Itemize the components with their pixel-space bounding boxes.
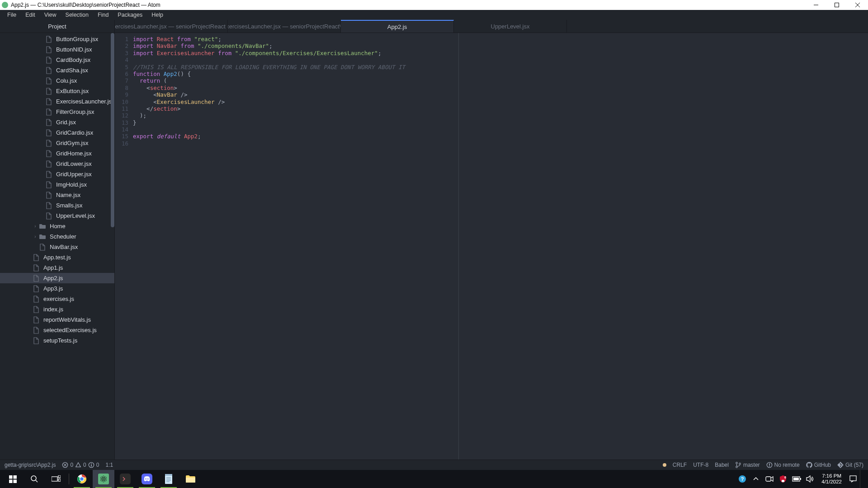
tray-notifications-icon[interactable] — [846, 470, 860, 488]
status-branch[interactable]: master — [735, 462, 760, 468]
menu-packages[interactable]: Packages — [113, 12, 147, 18]
code-editor[interactable]: 12345678910111213141516 import React fro… — [115, 33, 868, 460]
menu-file[interactable]: File — [3, 12, 21, 18]
tree-item-App2-js[interactable]: App2.js — [0, 273, 114, 283]
menu-bar: FileEditViewSelectionFindPackagesHelp — [0, 10, 868, 20]
tray-help-icon[interactable]: ? — [736, 470, 749, 488]
menu-edit[interactable]: Edit — [21, 12, 40, 18]
tray-chevron-up-icon[interactable] — [749, 470, 763, 488]
tree-item-CardSha-jsx[interactable]: CardSha.jsx — [0, 65, 114, 75]
tree-item-selectedExercises-js[interactable]: selectedExercises.js — [0, 325, 114, 335]
tree-item-label: GridUpper.jsx — [56, 171, 92, 178]
taskbar-discord[interactable] — [136, 470, 158, 488]
tree-item-App3-js[interactable]: App3.js — [0, 283, 114, 294]
tree-item-GridHome-jsx[interactable]: GridHome.jsx — [0, 148, 114, 159]
tree-scrollbar-thumb[interactable] — [111, 33, 114, 227]
tab[interactable]: ExercisesLauncher.jsx — seniorProjectRea… — [228, 20, 341, 33]
taskbar-atom[interactable] — [93, 470, 114, 488]
svg-point-27 — [145, 479, 146, 480]
tree-item-ImgHold-jsx[interactable]: ImgHold.jsx — [0, 179, 114, 190]
tree-item-label: Colu.jsx — [56, 77, 77, 84]
tab[interactable]: ExercisesLauncher.jsx — seniorProjectRea… — [115, 20, 228, 33]
tree-item-reportWebVitals-js[interactable]: reportWebVitals.js — [0, 314, 114, 325]
status-github[interactable]: GitHub — [806, 462, 831, 468]
tree-item-label: App3.js — [43, 285, 63, 292]
taskbar-file-explorer[interactable] — [179, 470, 201, 488]
tree-item-FilterGroup-jsx[interactable]: FilterGroup.jsx — [0, 107, 114, 117]
tree-item-Smalls-jsx[interactable]: Smalls.jsx — [0, 200, 114, 211]
tree-item-label: App2.js — [43, 275, 63, 282]
tree-item-UpperLevel-jsx[interactable]: UpperLevel.jsx — [0, 211, 114, 221]
tray-meet-now-icon[interactable] — [763, 470, 776, 488]
tree-item-label: GridGym.jsx — [56, 140, 89, 146]
file-tree[interactable]: ButtonGroup.jsxButtonNID.jsxCardBody.jsx… — [0, 33, 114, 460]
svg-point-6 — [736, 466, 738, 468]
status-grammar[interactable]: Babel — [715, 462, 729, 468]
tree-item-label: Home — [50, 223, 66, 230]
tab[interactable]: App2.js — [341, 20, 454, 33]
tree-item-Home[interactable]: ›Home — [0, 221, 114, 231]
tree-item-Colu-jsx[interactable]: Colu.jsx — [0, 75, 114, 86]
menu-selection[interactable]: Selection — [61, 12, 93, 18]
tree-item-ButtonNID-jsx[interactable]: ButtonNID.jsx — [0, 44, 114, 55]
taskbar-search-button[interactable] — [24, 470, 45, 488]
tray-clock[interactable]: 7:16 PM 4/1/2022 — [817, 473, 846, 485]
tab-bar: ExercisesLauncher.jsx — seniorProjectRea… — [115, 20, 868, 33]
status-encoding[interactable]: UTF-8 — [693, 462, 708, 468]
maximize-button[interactable] — [826, 0, 847, 10]
tree-item-label: exercises.js — [43, 296, 74, 302]
tree-item-App-test-js[interactable]: App.test.js — [0, 252, 114, 263]
status-file-path[interactable]: getta-grip\src\App2.js — [5, 462, 56, 468]
status-remote[interactable]: No remote — [766, 462, 800, 468]
wrap-guide — [458, 33, 459, 460]
menu-help[interactable]: Help — [147, 12, 168, 18]
tree-item-NavBar-jsx[interactable]: NavBar.jsx — [0, 242, 114, 252]
tree-item-label: CardSha.jsx — [56, 67, 88, 74]
sidebar-header: Project — [0, 20, 114, 33]
show-desktop-button[interactable] — [860, 470, 866, 488]
status-diagnostics[interactable]: 0 0 0 — [62, 462, 99, 468]
tree-item-label: Name.jsx — [56, 192, 80, 198]
tree-item-ExercisesLauncher-jsx[interactable]: ExercisesLauncher.jsx — [0, 96, 114, 107]
svg-rect-14 — [13, 479, 17, 483]
tree-item-GridGym-jsx[interactable]: GridGym.jsx — [0, 138, 114, 148]
svg-rect-13 — [9, 479, 13, 483]
tree-item-App1-js[interactable]: App1.js — [0, 263, 114, 273]
tree-item-label: selectedExercises.js — [43, 327, 97, 333]
taskbar-notepad[interactable] — [158, 470, 179, 488]
minimize-button[interactable] — [806, 0, 826, 10]
tree-scrollbar[interactable] — [111, 33, 114, 460]
menu-find[interactable]: Find — [93, 12, 113, 18]
tree-item-label: index.js — [43, 306, 63, 313]
tree-item-Name-jsx[interactable]: Name.jsx — [0, 190, 114, 200]
window-title: App2.js — C:\Users\skull\Desktop\seniorP… — [11, 2, 160, 8]
tree-item-Grid-jsx[interactable]: Grid.jsx — [0, 117, 114, 127]
tray-mcafee-icon[interactable]: 6 — [776, 470, 790, 488]
taskbar-taskview-button[interactable] — [45, 470, 67, 488]
tree-item-GridCardio-jsx[interactable]: GridCardio.jsx — [0, 127, 114, 138]
tray-battery-icon[interactable] — [790, 470, 803, 488]
tree-item-ButtonGroup-jsx[interactable]: ButtonGroup.jsx — [0, 34, 114, 44]
taskbar-chrome[interactable] — [71, 470, 93, 488]
status-line-ending[interactable]: CRLF — [673, 462, 687, 468]
tree-item-setupTests-js[interactable]: setupTests.js — [0, 335, 114, 346]
close-button[interactable] — [847, 0, 868, 10]
tree-item-Scheduler[interactable]: ›Scheduler — [0, 231, 114, 242]
tree-item-GridLower-jsx[interactable]: GridLower.jsx — [0, 159, 114, 169]
tree-item-ExButton-jsx[interactable]: ExButton.jsx — [0, 86, 114, 96]
menu-view[interactable]: View — [40, 12, 61, 18]
tree-item-CardBody-jsx[interactable]: CardBody.jsx — [0, 55, 114, 65]
tray-volume-icon[interactable] — [803, 470, 817, 488]
taskbar-terminal[interactable] — [114, 470, 136, 488]
tree-item-exercises-js[interactable]: exercises.js — [0, 294, 114, 304]
tab[interactable]: UpperLevel.jsx — [454, 20, 567, 33]
svg-rect-35 — [782, 480, 784, 482]
status-git[interactable]: Git (57) — [837, 462, 863, 468]
tree-item-index-js[interactable]: index.js — [0, 304, 114, 314]
start-button[interactable] — [2, 470, 24, 488]
tree-item-label: ExercisesLauncher.jsx — [56, 98, 114, 105]
tree-item-label: ButtonNID.jsx — [56, 46, 92, 53]
code-area[interactable]: import React from "react";import NavBar … — [133, 33, 405, 460]
status-cursor[interactable]: 1:1 — [105, 462, 113, 468]
tree-item-GridUpper-jsx[interactable]: GridUpper.jsx — [0, 169, 114, 179]
